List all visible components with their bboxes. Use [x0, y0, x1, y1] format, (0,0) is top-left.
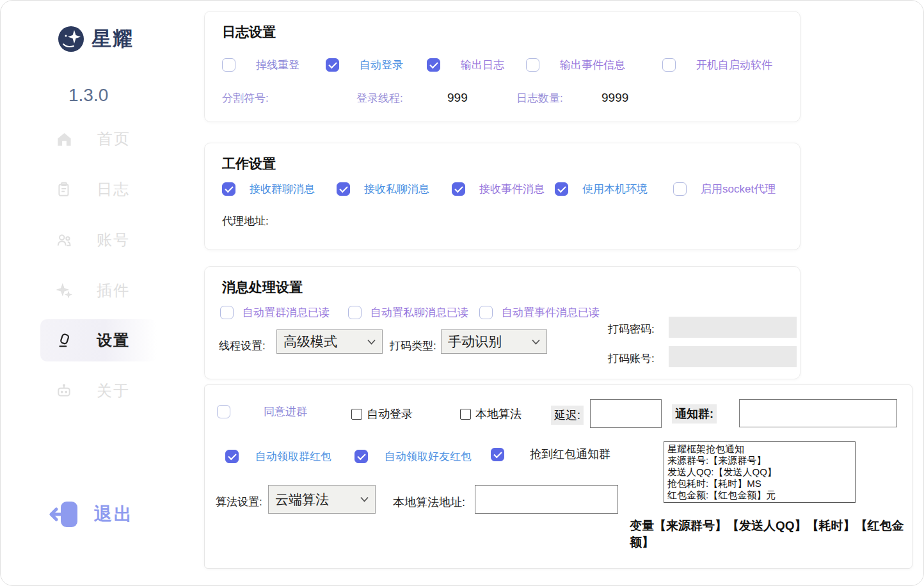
proxy-address-label: 代理地址:	[222, 214, 269, 228]
notify-group-label: 通知群:	[672, 404, 717, 424]
sidebar-item-plugins[interactable]: 插件	[40, 269, 157, 312]
delay-label: 延迟:	[551, 406, 584, 425]
plugin-icon	[56, 282, 72, 299]
log-count-label: 日志数量:	[516, 91, 563, 106]
log-icon	[56, 181, 72, 198]
captcha-password-label: 打码密码:	[608, 322, 655, 337]
thread-mode-label: 线程设置:	[219, 338, 266, 353]
app-title: 星耀	[92, 26, 134, 52]
redpacket-panel: 同意进群 自动登录 本地算法 延迟: 通知群: 自动领取群红包 自动领取好友红包…	[204, 384, 912, 569]
exit-button[interactable]: 退出	[40, 498, 134, 530]
checkbox-read-event[interactable]: 自动置事件消息已读	[479, 305, 600, 320]
checkbox-box	[326, 58, 339, 72]
checkbox-box	[225, 450, 239, 463]
checkbox-box	[662, 58, 676, 72]
checkbox-box	[354, 450, 368, 463]
about-icon	[56, 383, 72, 399]
logout-icon	[49, 498, 81, 530]
log-settings-title: 日志设置	[222, 23, 276, 41]
checkbox-box	[491, 448, 504, 461]
checkbox-box	[351, 409, 362, 420]
notify-group-input[interactable]	[739, 399, 897, 427]
captcha-type-label: 打码类型:	[390, 338, 436, 353]
log-settings-panel: 日志设置 掉线重登 自动登录 输出日志 输出事件信息 开机自启动软件	[204, 11, 801, 122]
checkbox-box	[555, 182, 568, 196]
sidebar-item-settings[interactable]: 设置	[40, 319, 157, 361]
message-settings-title: 消息处理设置	[222, 278, 303, 296]
variables-hint: 变量【来源群号】【发送人QQ】【耗时】【红包金额】	[630, 518, 912, 551]
logo-icon	[57, 25, 85, 53]
checkbox-box	[220, 306, 234, 319]
login-thread-label: 登录线程:	[356, 91, 403, 106]
chevron-down-icon	[360, 496, 369, 502]
sidebar-item-home[interactable]: 首页	[40, 118, 157, 160]
sidebar-item-logs[interactable]: 日志	[40, 168, 157, 210]
checkbox-local-algo-native[interactable]: 本地算法	[460, 406, 522, 422]
checkbox-box	[217, 405, 230, 418]
checkbox-grab-friend[interactable]: 自动领取好友红包	[354, 449, 472, 464]
captcha-account-input[interactable]	[669, 346, 797, 367]
checkbox-box	[348, 306, 362, 319]
checkbox-box	[460, 409, 471, 420]
app-window: 星耀 1.3.0 首页 日志 账号 插件	[0, 0, 924, 586]
notify-template-textarea[interactable]: 星耀框架抢包通知 来源群号:【来源群号】 发送人QQ:【发送人QQ】 抢包耗时:…	[664, 441, 856, 503]
local-algo-addr-input[interactable]	[475, 485, 618, 514]
checkbox-output-event[interactable]: 输出事件信息	[526, 58, 625, 72]
checkbox-autostart[interactable]: 开机自启动软件	[662, 58, 772, 72]
algo-mode-select[interactable]: 云端算法	[268, 485, 376, 514]
chevron-down-icon	[532, 339, 540, 345]
checkbox-read-private[interactable]: 自动置私聊消息已读	[348, 305, 468, 320]
home-icon	[56, 131, 73, 148]
local-algo-addr-label: 本地算法地址:	[393, 495, 465, 510]
checkbox-recv-group[interactable]: 接收群聊消息	[222, 182, 315, 196]
checkbox-box	[673, 182, 687, 196]
checkbox-agree-join[interactable]: 同意进群	[217, 404, 307, 419]
captcha-password-input[interactable]	[669, 317, 797, 338]
account-icon	[56, 232, 72, 248]
delay-input[interactable]	[590, 399, 662, 428]
algo-mode-label: 算法设置:	[216, 495, 262, 509]
sidebar-item-accounts[interactable]: 账号	[40, 219, 157, 261]
checkbox-recv-private[interactable]: 接收私聊消息	[337, 182, 429, 196]
captcha-type-select[interactable]: 手动识别	[441, 329, 547, 354]
captcha-account-label: 打码账号:	[608, 351, 655, 366]
checkbox-auto-login-native[interactable]: 自动登录	[351, 406, 413, 422]
checkbox-box	[337, 182, 350, 196]
thread-mode-select[interactable]: 高级模式	[276, 329, 383, 354]
exit-label: 退出	[94, 502, 134, 527]
message-settings-panel: 消息处理设置 自动置群消息已读 自动置私聊消息已读 自动置事件消息已读 线程设置…	[204, 266, 801, 379]
login-thread-value: 999	[447, 91, 468, 105]
separator-label: 分割符号:	[222, 91, 269, 106]
checkbox-grab-notify[interactable]: 抢到红包通知群	[491, 447, 610, 462]
work-settings-panel: 工作设置 接收群聊消息 接收私聊消息 接收事件消息 使用本机环境 启用socke…	[204, 143, 801, 250]
version-label: 1.3.0	[68, 85, 108, 106]
app-logo: 星耀	[57, 25, 134, 53]
checkbox-socket-proxy[interactable]: 启用socket代理	[673, 182, 776, 196]
checkbox-box	[479, 306, 493, 319]
chevron-down-icon	[367, 339, 376, 345]
work-settings-title: 工作设置	[222, 155, 276, 173]
checkbox-output-log[interactable]: 输出日志	[427, 58, 504, 72]
checkbox-box	[526, 58, 539, 72]
checkbox-grab-group[interactable]: 自动领取群红包	[225, 449, 331, 464]
checkbox-box	[222, 182, 235, 196]
checkbox-box	[222, 58, 235, 72]
checkbox-box	[427, 58, 440, 72]
checkbox-box	[452, 182, 465, 196]
checkbox-recv-event[interactable]: 接收事件消息	[452, 182, 545, 196]
checkbox-auto-login[interactable]: 自动登录	[326, 58, 403, 72]
checkbox-reconnect[interactable]: 掉线重登	[222, 58, 299, 72]
log-count-value: 9999	[601, 91, 628, 105]
checkbox-local-env[interactable]: 使用本机环境	[555, 182, 648, 196]
checkbox-read-group[interactable]: 自动置群消息已读	[220, 305, 330, 320]
sidebar-item-about[interactable]: 关于	[40, 370, 157, 412]
settings-icon	[56, 332, 72, 349]
